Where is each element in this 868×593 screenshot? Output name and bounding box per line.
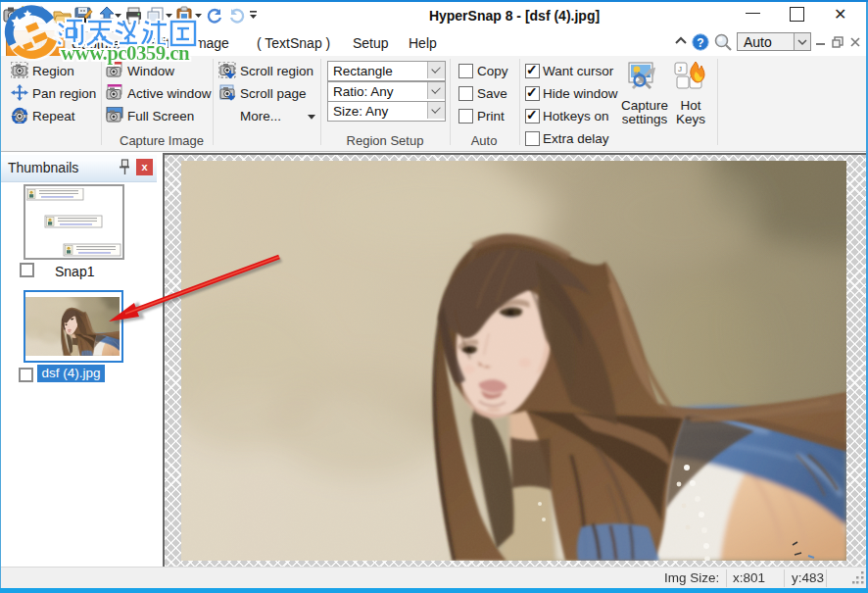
svg-text:J: J <box>678 65 682 74</box>
svg-text:?: ? <box>697 36 703 50</box>
svg-text:www.pc0359.cn: www.pc0359.cn <box>61 41 190 65</box>
